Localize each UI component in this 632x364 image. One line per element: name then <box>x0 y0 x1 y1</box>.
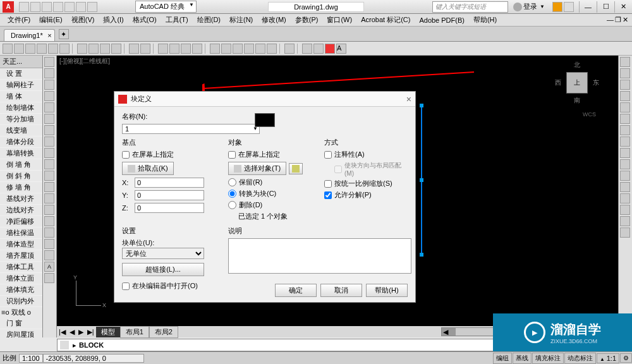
chamfer-icon[interactable] <box>620 205 630 215</box>
layout1-tab[interactable]: 布局1 <box>120 326 149 338</box>
workspace-selector[interactable]: AutoCAD 经典 <box>135 1 197 13</box>
palette-item[interactable]: 修 墙 角 <box>0 182 42 193</box>
tb-paste-icon[interactable] <box>100 44 110 54</box>
print-icon[interactable] <box>64 2 75 12</box>
ellipsearc-icon[interactable] <box>44 171 54 181</box>
palette-item[interactable]: 门 窗 <box>0 318 42 329</box>
status-group[interactable]: 编组 <box>493 353 512 364</box>
palette-item[interactable]: 墙体造型 <box>0 239 42 250</box>
exchange-icon[interactable] <box>552 2 562 12</box>
palette-item[interactable]: 墙齐屋顶 <box>0 250 42 262</box>
saveas-icon[interactable] <box>53 2 63 12</box>
table-icon[interactable] <box>44 250 54 260</box>
menu-window[interactable]: 窗口(W) <box>323 14 356 26</box>
tb-help-icon[interactable] <box>284 44 295 54</box>
doc-restore-button[interactable]: ❐ <box>615 16 621 24</box>
status-hatch[interactable]: 填充标注 <box>532 353 564 364</box>
grip-icon[interactable] <box>420 104 423 107</box>
select-objects-button[interactable]: 选择对象(T) <box>228 162 286 175</box>
palette-item[interactable]: 识别内外 <box>0 296 42 307</box>
grip-icon[interactable] <box>420 253 423 257</box>
base-x-input[interactable] <box>135 178 204 188</box>
scale-icon[interactable] <box>620 136 630 147</box>
tb-print-icon[interactable] <box>37 44 47 54</box>
tab-close-icon[interactable]: × <box>47 32 51 39</box>
break-icon[interactable] <box>620 182 630 192</box>
tb-zoomwin-icon[interactable] <box>181 44 191 54</box>
tab-nav-next-icon[interactable]: ▶ <box>76 328 85 336</box>
status-baseline[interactable]: 基线 <box>513 353 532 364</box>
palette-item[interactable]: 幕墙转换 <box>0 148 42 159</box>
tb-misc3-icon[interactable] <box>325 44 335 54</box>
offset-icon[interactable] <box>620 91 630 101</box>
save-icon[interactable] <box>42 2 52 12</box>
tb-cut-icon[interactable] <box>77 44 87 54</box>
name-combo[interactable]: 1 <box>122 124 260 134</box>
gradient-icon[interactable] <box>44 228 54 238</box>
fillet-icon[interactable] <box>620 216 630 226</box>
tb-misc1-icon[interactable] <box>302 44 312 54</box>
palette-item[interactable]: 墙体立面 <box>0 273 42 284</box>
palette-item[interactable]: 墙体填充 <box>0 284 42 296</box>
menu-insert[interactable]: 插入(I) <box>99 14 127 26</box>
tb-preview-icon[interactable] <box>48 44 58 54</box>
search-input[interactable]: 键入关键字或短语 <box>432 1 508 13</box>
revcloud-icon[interactable] <box>44 136 54 147</box>
tb-open-icon[interactable] <box>14 44 24 54</box>
extend-icon[interactable] <box>620 171 630 181</box>
base-z-input[interactable] <box>135 203 204 213</box>
maximize-button[interactable]: ☐ <box>597 1 614 13</box>
tb-pan-icon[interactable] <box>158 44 168 54</box>
copy-icon[interactable] <box>620 68 630 78</box>
hatch-icon[interactable] <box>44 216 54 226</box>
palette-title[interactable]: 天正... <box>0 56 42 68</box>
palette-item[interactable]: 绘制墙体 <box>0 102 42 114</box>
help-button[interactable]: 帮助(H) <box>366 284 408 297</box>
tab-nav-first-icon[interactable]: |◀ <box>57 328 68 336</box>
menu-adobepdf[interactable]: Adobe PDF(B) <box>415 15 468 25</box>
arc-icon[interactable] <box>44 114 54 124</box>
palette-item[interactable]: 墙体分段 <box>0 136 42 148</box>
explode-icon[interactable] <box>620 228 630 238</box>
palette-item[interactable]: 房间屋顶 <box>0 329 42 337</box>
model-tab[interactable]: 模型 <box>96 327 120 337</box>
polygon-icon[interactable] <box>44 91 54 101</box>
description-textarea[interactable] <box>228 238 411 274</box>
palette-item[interactable]: 墙 体 <box>0 91 42 102</box>
tb-undo-icon[interactable] <box>129 44 139 54</box>
scale-uniform-check[interactable] <box>324 180 332 188</box>
tb-properties-icon[interactable] <box>210 44 220 54</box>
grip-icon[interactable] <box>420 178 423 182</box>
viewcube[interactable]: 北 南 东 西 上 <box>555 61 599 105</box>
tb-redo-icon[interactable] <box>140 44 150 54</box>
menu-dimension[interactable]: 标注(N) <box>226 14 257 26</box>
status-annoscale[interactable]: ▲ 1:1 <box>597 353 619 363</box>
region-icon[interactable] <box>44 239 54 249</box>
line-icon[interactable] <box>44 57 54 67</box>
menu-modify[interactable]: 修改(M) <box>258 14 290 26</box>
move-icon[interactable] <box>620 114 630 124</box>
close-button[interactable]: ✕ <box>614 1 632 13</box>
open-icon[interactable] <box>30 2 40 12</box>
tb-new-icon[interactable] <box>3 44 13 54</box>
menu-file[interactable]: 文件(F) <box>4 14 34 26</box>
block-icon[interactable] <box>44 193 54 203</box>
point-icon[interactable] <box>44 205 54 215</box>
dialog-close-button[interactable]: × <box>406 94 411 104</box>
polyline-icon[interactable] <box>44 80 54 90</box>
trim-icon[interactable] <box>620 159 630 169</box>
stretch-icon[interactable] <box>620 148 630 158</box>
units-select[interactable]: 无单位 <box>122 248 204 259</box>
login-button[interactable]: 登录▼ <box>513 2 545 11</box>
tab-nav-last-icon[interactable]: ▶| <box>85 328 96 336</box>
palette-item[interactable]: 设 置 <box>0 68 42 80</box>
annotative-check[interactable] <box>324 151 332 159</box>
palette-item[interactable]: 墙柱保温 <box>0 228 42 239</box>
allow-explode-check[interactable] <box>324 191 332 199</box>
quickselect-button[interactable] <box>289 163 303 174</box>
cancel-button[interactable]: 取消 <box>320 284 362 297</box>
viewport-label[interactable]: [-][俯视][二维线框] <box>59 57 110 66</box>
palette-item[interactable]: 轴网柱子 <box>0 80 42 91</box>
new-icon[interactable] <box>19 2 29 12</box>
layout2-tab[interactable]: 布局2 <box>149 326 178 338</box>
